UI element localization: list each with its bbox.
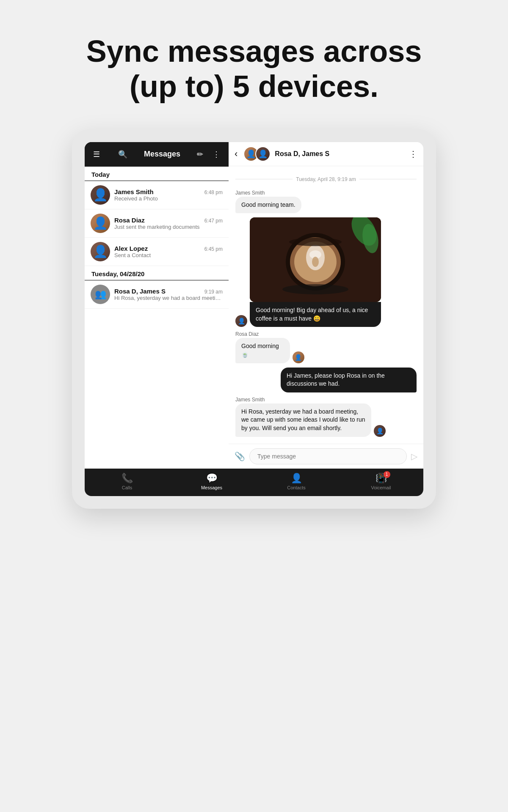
name-row: Rosa Diaz 6:47 pm bbox=[114, 217, 223, 224]
message-bubble: Hi Rosa, yesterday we had a board meetin… bbox=[235, 403, 371, 437]
name-row: Alex Lopez 6:45 pm bbox=[114, 245, 223, 252]
nav-voicemail[interactable]: 📳 1 Voicemail bbox=[364, 473, 398, 490]
sender-label: James Smith bbox=[235, 190, 265, 196]
list-item[interactable]: 👥 Rosa D, James S 9:19 am Hi Rosa, yeste… bbox=[85, 280, 229, 309]
list-item[interactable]: 👤 Rosa Diaz 6:47 pm Just sent the market… bbox=[85, 209, 229, 238]
coffee-image bbox=[250, 217, 381, 302]
tablet-inner: ☰ 🔍 Messages ✏ ⋮ Today 👤 bbox=[85, 142, 423, 496]
avatar: 👤 bbox=[91, 214, 110, 233]
image-caption: Good morning! Big day ahead of us, a nic… bbox=[250, 302, 381, 327]
tuesday-section-header: Tuesday, 04/28/20 bbox=[85, 266, 229, 280]
message-info: Rosa D, James S 9:19 am Hi Rosa, yesterd… bbox=[114, 288, 223, 301]
left-header: ☰ 🔍 Messages ✏ ⋮ bbox=[85, 142, 229, 167]
avatar: 👤 bbox=[91, 185, 110, 205]
tablet-content: ☰ 🔍 Messages ✏ ⋮ Today 👤 bbox=[85, 142, 423, 469]
voicemail-badge: 1 bbox=[384, 471, 390, 478]
message-row: James Smith Hi Rosa, yesterday we had a … bbox=[235, 397, 417, 437]
message-preview: Hi Rosa, yesterday we had a board meetin… bbox=[114, 295, 223, 301]
contact-name: Rosa Diaz bbox=[114, 217, 145, 224]
chat-header-avatars: 👤 👤 bbox=[243, 146, 271, 162]
message-row: Hi James, please loop Rosa in on the dis… bbox=[235, 368, 417, 392]
avatar: 👤 bbox=[91, 242, 110, 261]
nav-contacts[interactable]: 👤 Contacts bbox=[279, 473, 313, 490]
message-info: James Smith 6:48 pm Received a Photo bbox=[114, 188, 223, 202]
date-divider: Tuesday, April 28, 9:19 am bbox=[235, 176, 417, 182]
small-avatar: 👤 bbox=[293, 351, 304, 363]
message-time: 6:45 pm bbox=[204, 246, 223, 252]
message-bubble: Hi James, please loop Rosa in on the dis… bbox=[281, 368, 417, 392]
contact-name: Alex Lopez bbox=[114, 245, 148, 252]
voicemail-icon: 📳 1 bbox=[375, 473, 387, 484]
search-icon[interactable]: 🔍 bbox=[116, 148, 129, 161]
bottom-nav: 📞 Calls 💬 Messages 👤 Contacts 📳 1 Voicem… bbox=[85, 469, 423, 496]
message-bubble: Good morning team. bbox=[235, 197, 301, 214]
contact-name: Rosa D, James S bbox=[114, 288, 166, 295]
chat-more-icon[interactable]: ⋮ bbox=[409, 149, 417, 159]
messages-label: Messages bbox=[201, 485, 222, 490]
contacts-label: Contacts bbox=[287, 485, 305, 490]
small-avatar: 👤 bbox=[235, 315, 247, 327]
chat-input-bar: 📎 ▷ bbox=[229, 444, 423, 469]
svg-point-8 bbox=[282, 284, 348, 294]
coffee-svg bbox=[250, 217, 381, 302]
nav-calls[interactable]: 📞 Calls bbox=[110, 473, 144, 490]
name-row: James Smith 6:48 pm bbox=[114, 188, 223, 195]
more-options-icon[interactable]: ⋮ bbox=[211, 148, 222, 161]
message-info: Rosa Diaz 6:47 pm Just sent the marketin… bbox=[114, 217, 223, 230]
message-preview: Just sent the marketing documents bbox=[114, 224, 223, 230]
row-with-avatar: 👤 bbox=[235, 217, 381, 327]
left-panel: ☰ 🔍 Messages ✏ ⋮ Today 👤 bbox=[85, 142, 229, 469]
send-button[interactable]: ▷ bbox=[411, 451, 417, 461]
sender-label: James Smith bbox=[235, 397, 265, 403]
list-item[interactable]: 👤 James Smith 6:48 pm Received a Photo bbox=[85, 181, 229, 209]
message-input[interactable] bbox=[249, 448, 407, 464]
messages-title: Messages bbox=[144, 150, 180, 159]
attach-icon[interactable]: 📎 bbox=[235, 451, 245, 461]
nav-messages[interactable]: 💬 Messages bbox=[195, 473, 229, 490]
hamburger-icon[interactable]: ☰ bbox=[91, 148, 102, 161]
message-preview: Sent a Contact bbox=[114, 252, 223, 258]
svg-point-7 bbox=[289, 238, 342, 246]
header-icons: ✏ ⋮ bbox=[195, 148, 222, 161]
message-preview: Received a Photo bbox=[114, 195, 223, 202]
tablet-frame: ☰ 🔍 Messages ✏ ⋮ Today 👤 bbox=[72, 129, 436, 509]
row-with-avatar: Hi Rosa, yesterday we had a board meetin… bbox=[235, 403, 417, 437]
compose-icon[interactable]: ✏ bbox=[195, 148, 205, 161]
voicemail-label: Voicemail bbox=[371, 485, 391, 490]
message-info: Alex Lopez 6:45 pm Sent a Contact bbox=[114, 245, 223, 258]
contacts-icon: 👤 bbox=[291, 473, 302, 484]
message-row: Rosa Diaz Good morning 🍵 👤 bbox=[235, 331, 417, 363]
messages-list: Today 👤 James Smith 6:48 pm Received a P… bbox=[85, 167, 229, 469]
avatar: 👤 bbox=[255, 146, 271, 162]
calls-label: Calls bbox=[122, 485, 132, 490]
row-with-avatar: Good morning 🍵 👤 bbox=[235, 338, 308, 363]
contact-name: James Smith bbox=[114, 188, 154, 195]
back-button[interactable]: ‹ bbox=[235, 148, 237, 159]
right-panel: ‹ 👤 👤 Rosa D, James S ⋮ bbox=[229, 142, 423, 469]
name-row: Rosa D, James S 9:19 am bbox=[114, 288, 223, 295]
image-message-container: Good morning! Big day ahead of us, a nic… bbox=[250, 217, 381, 327]
chat-name: Rosa D, James S bbox=[275, 150, 405, 158]
chat-header: ‹ 👤 👤 Rosa D, James S ⋮ bbox=[229, 142, 423, 166]
calls-icon: 📞 bbox=[121, 473, 133, 484]
message-bubble: Good morning 🍵 bbox=[235, 338, 290, 363]
coffee-image-inner bbox=[250, 217, 381, 302]
svg-point-6 bbox=[312, 257, 319, 267]
small-avatar: 👤 bbox=[374, 425, 386, 437]
message-time: 9:19 am bbox=[204, 289, 223, 295]
hero-title: Sync messages across (up to) 5 devices. bbox=[52, 34, 456, 104]
today-section-header: Today bbox=[85, 167, 229, 181]
list-item[interactable]: 👤 Alex Lopez 6:45 pm Sent a Contact bbox=[85, 238, 229, 266]
sender-label: Rosa Diaz bbox=[235, 331, 259, 337]
group-avatar: 👥 bbox=[91, 285, 110, 304]
message-row: 👤 bbox=[235, 217, 417, 327]
message-time: 6:47 pm bbox=[204, 218, 223, 224]
messages-icon: 💬 bbox=[206, 473, 218, 484]
message-row: James Smith Good morning team. bbox=[235, 190, 417, 214]
chat-messages: Tuesday, April 28, 9:19 am James Smith G… bbox=[229, 166, 423, 444]
message-time: 6:48 pm bbox=[204, 189, 223, 195]
